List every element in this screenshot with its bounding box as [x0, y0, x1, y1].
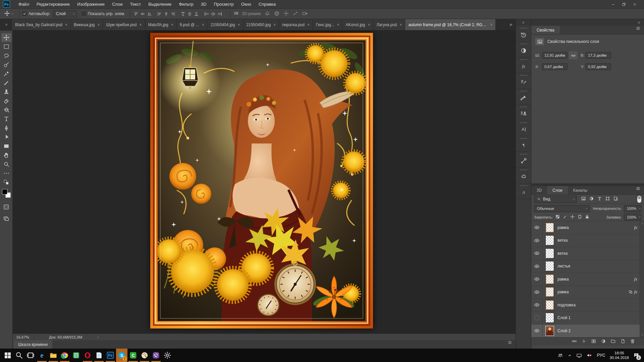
taskbar-opera[interactable] — [82, 349, 93, 362]
adjust-circle-button[interactable] — [601, 339, 606, 345]
clock[interactable]: 18:05 30.04.2018 — [609, 351, 629, 360]
blend-mode-select[interactable]: Обычные — [534, 205, 590, 212]
3d-orbit-button[interactable] — [264, 10, 270, 17]
taskbar-viber[interactable] — [150, 349, 162, 362]
3d-slide-button[interactable] — [292, 10, 299, 17]
menu-item-2[interactable]: Изображение — [73, 0, 108, 9]
minimize-button[interactable] — [608, 1, 618, 8]
zoom-level-field[interactable]: 16,67% — [13, 334, 34, 340]
move-tool[interactable] — [1, 33, 11, 42]
autoselect-checkbox[interactable] — [22, 12, 26, 16]
layer-row-8[interactable]: Слой 2 — [531, 324, 644, 338]
menu-item-5[interactable]: Выделение — [145, 0, 175, 9]
path-selection-tool[interactable] — [1, 133, 11, 141]
layer-row-2[interactable]: ветка — [531, 247, 644, 260]
menu-item-6[interactable]: Фильтр — [175, 0, 197, 9]
network-icon[interactable] — [576, 353, 582, 358]
layer-fx-badge[interactable]: fx — [634, 225, 637, 230]
marquee-tool[interactable] — [1, 42, 11, 51]
volume-muted-icon[interactable] — [586, 352, 592, 358]
document-tab-3[interactable]: MaluSh.jpg × — [145, 19, 177, 30]
lock-move-button[interactable] — [570, 214, 575, 220]
shape-tool[interactable] — [1, 142, 11, 150]
lock-all-button[interactable] — [585, 214, 590, 220]
height-field[interactable]: 17,3 дюйм — [586, 52, 611, 59]
chevron-up-icon[interactable] — [568, 353, 572, 358]
taskbar-edge[interactable]: e — [36, 349, 48, 362]
layer-name[interactable]: листья — [557, 264, 570, 268]
document-tab-8[interactable]: Генс.jpg... × — [313, 19, 342, 30]
layer-name[interactable]: рамка — [557, 290, 569, 294]
canvas-area[interactable] — [13, 31, 516, 334]
lock-brush-button[interactable] — [562, 214, 568, 220]
y-field[interactable]: 0,92 дюйм — [586, 63, 611, 70]
taskbar-camtasia[interactable]: C — [127, 349, 139, 362]
close-tab-icon[interactable]: × — [97, 23, 100, 27]
swap-colors[interactable] — [1, 178, 11, 187]
clone-stamp-tool[interactable] — [1, 87, 11, 96]
align-right-button[interactable] — [170, 11, 176, 17]
panel-glyphs[interactable]: A — [517, 187, 530, 197]
panel-adjustments[interactable] — [517, 46, 530, 56]
layer-name[interactable]: Слой 2 — [557, 328, 571, 333]
folder-button[interactable] — [610, 339, 616, 345]
taskbar-paint[interactable] — [139, 349, 150, 362]
menu-item-0[interactable]: Файл — [15, 0, 33, 9]
layer-fx-badge[interactable]: fx — [634, 277, 637, 282]
brush-tool[interactable] — [1, 78, 11, 87]
layer-name[interactable]: рамка — [557, 277, 569, 282]
close-tab-icon[interactable]: × — [65, 23, 67, 27]
hand-tool[interactable] — [1, 151, 11, 160]
layer-thumbnail[interactable] — [545, 261, 554, 271]
document-tab-2[interactable]: Шум прибоя.psd × — [103, 19, 145, 30]
layer-filter-select[interactable]: Вид — [534, 196, 577, 203]
color-swatches[interactable] — [2, 189, 11, 198]
layer-thumbnail[interactable] — [545, 223, 554, 233]
layer-name[interactable]: ветка — [557, 251, 568, 256]
filter-adjust-button[interactable] — [589, 196, 594, 202]
layer-thumbnail[interactable] — [545, 235, 554, 245]
close-tab-icon[interactable]: × — [307, 23, 310, 27]
panel-menu-icon[interactable] — [636, 186, 641, 191]
panel-character[interactable]: A — [517, 124, 530, 134]
action-center-button[interactable]: 2 — [633, 352, 639, 359]
menu-item-7[interactable]: 3D — [197, 0, 210, 9]
panel-styles[interactable]: fx — [517, 61, 530, 71]
close-tab-icon[interactable]: × — [337, 23, 339, 27]
filter-type-button[interactable] — [597, 196, 602, 202]
menu-item-4[interactable]: Текст — [126, 0, 145, 9]
lasso-tool[interactable] — [1, 51, 11, 60]
status-chevron-icon[interactable] — [96, 336, 100, 339]
more-tools[interactable] — [1, 169, 11, 178]
distribute-center-button[interactable] — [210, 11, 216, 17]
3d-roll-button[interactable] — [274, 10, 280, 17]
people-icon[interactable] — [557, 353, 563, 358]
taskbar-skype[interactable]: S 7 — [116, 349, 127, 362]
layer-visibility-toggle[interactable] — [531, 324, 543, 337]
panel-clone-source[interactable] — [517, 109, 530, 119]
layer-visibility-toggle[interactable] — [531, 234, 543, 247]
align-center-button[interactable] — [163, 11, 169, 17]
document-tab-6[interactable]: 21550450.jpg × — [244, 19, 279, 30]
autoselect-target-select[interactable]: Слой — [53, 10, 77, 17]
taskbar-settings[interactable] — [162, 349, 173, 362]
layer-row-0[interactable]: рамка fx — [531, 221, 644, 234]
close-tab-icon[interactable]: × — [368, 23, 370, 27]
distribute-right-button[interactable] — [217, 11, 223, 17]
filter-smart-button[interactable] — [613, 196, 618, 202]
taskbar-start[interactable] — [2, 349, 13, 362]
close-tab-icon[interactable]: × — [273, 23, 276, 27]
eyedropper-tool[interactable] — [1, 69, 11, 78]
pen-tool[interactable] — [1, 124, 11, 132]
3d-pan-button[interactable] — [283, 10, 289, 17]
new-layer-button[interactable] — [620, 339, 626, 345]
panel-history[interactable] — [517, 30, 530, 40]
taskbar-notes[interactable] — [93, 349, 105, 362]
layer-fx-badge[interactable]: fx — [634, 289, 637, 295]
timeline-tab[interactable]: Шкала времени — [13, 340, 52, 349]
menu-item-8[interactable]: Просмотр — [210, 0, 237, 9]
panel-menu-icon[interactable] — [507, 340, 512, 345]
document-tab-5[interactable]: 21550404.jpg × — [208, 19, 244, 30]
close-tab-icon[interactable]: × — [399, 23, 402, 27]
document-tab-10[interactable]: Лагуна.psd × — [373, 19, 405, 30]
